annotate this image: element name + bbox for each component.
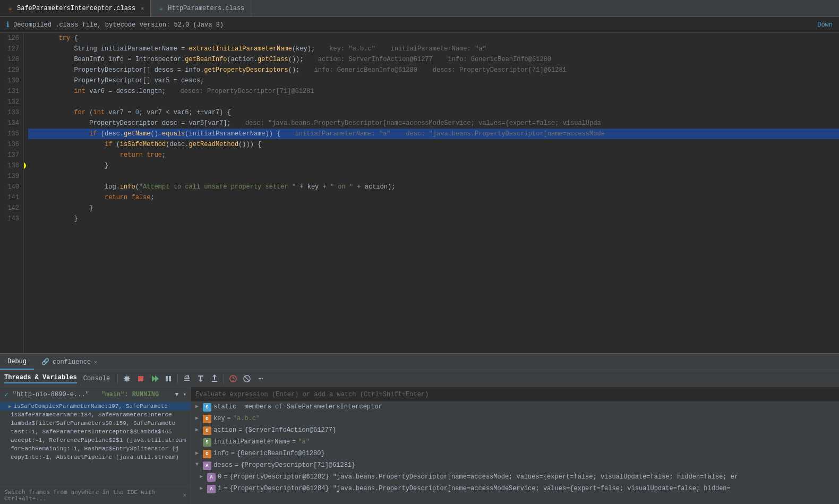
code-line-133[interactable]: for (int var7 = 0; var7 < var6; ++var7) …: [28, 107, 839, 118]
code-line-128[interactable]: BeanInfo info = Introspector.getBeanInfo…: [28, 54, 839, 65]
code-line-134[interactable]: PropertyDescriptor desc = var5[var7]; de…: [28, 118, 839, 129]
pause-btn[interactable]: [162, 373, 174, 385]
ln-132: 132: [4, 97, 19, 107]
tab-label-2: HttpParameters.class: [168, 5, 244, 12]
mute-btn[interactable]: [241, 373, 253, 385]
code-line-132[interactable]: [28, 97, 839, 107]
code-line-137[interactable]: return true;: [28, 150, 839, 160]
download-link[interactable]: Down: [817, 21, 833, 29]
debug-toolbar: Threads & Variables Console: [0, 370, 839, 387]
svg-rect-1: [138, 376, 143, 381]
svg-marker-3: [155, 375, 159, 382]
ln-139: 139: [4, 171, 19, 182]
expand-descs-0[interactable]: ▶: [200, 473, 207, 480]
tab-close-1[interactable]: ✕: [141, 5, 144, 12]
arr-var-icon: A: [203, 462, 211, 470]
code-line-130[interactable]: PropertyDescriptor[] var5 = descs;: [28, 75, 839, 86]
code-line-139[interactable]: [28, 171, 839, 182]
stack-frame-3[interactable]: test:-1, SafeParametersInterceptor$$Lamb…: [0, 428, 191, 436]
code-line-142[interactable]: }: [28, 203, 839, 213]
stop-btn[interactable]: [135, 373, 147, 385]
code-line-126[interactable]: try {: [28, 33, 839, 44]
expand-descs[interactable]: ▼: [195, 462, 203, 467]
stack-frame-label-3: test:-1, SafeParametersInterceptor$$Lamb…: [11, 429, 172, 435]
console-label[interactable]: Console: [83, 375, 110, 382]
step-over-btn[interactable]: [181, 373, 193, 385]
var-eq-key: =: [227, 415, 231, 422]
line-numbers: 126 127 128 129 130 131 132 133 134 135 …: [0, 33, 24, 353]
stack-frame-5[interactable]: forEachRemaining:-1, HashMap$EntrySplite…: [0, 445, 191, 453]
expand-static[interactable]: ▶: [195, 403, 203, 409]
code-line-127[interactable]: String initialParameterName = extractIni…: [28, 44, 839, 54]
var-item-key[interactable]: ▶ O key = "a.b.c": [191, 414, 839, 425]
debug-tab-confluence[interactable]: 🔗 confluence ✕: [34, 354, 105, 370]
var-val-initialparamname: "a": [298, 438, 310, 446]
var-item-descs-1[interactable]: ▶ A 1 = {PropertyDescriptor@61284} "java…: [191, 484, 839, 496]
var-item-descs[interactable]: ▼ A descs = {PropertyDescriptor[71]@6128…: [191, 460, 839, 472]
switch-frames-bar: Switch frames from anywhere in the IDE w…: [0, 486, 191, 504]
step-out-btn[interactable]: [209, 373, 220, 385]
ln-126: 126: [4, 33, 19, 44]
resume-btn[interactable]: [149, 373, 160, 385]
stack-frame-label-1: isSafeParameterName:184, SafeParametersI…: [11, 412, 172, 418]
info-text: Decompiled .class file, bytecode version…: [13, 21, 224, 29]
switch-frames-text: Switch frames from anywhere in the IDE w…: [4, 489, 183, 502]
switch-frames-close[interactable]: ×: [183, 492, 186, 499]
svg-rect-10: [200, 377, 201, 380]
filter-icon[interactable]: ▼: [175, 391, 179, 398]
step-into-btn[interactable]: [195, 373, 207, 385]
confluence-tab-close[interactable]: ✕: [94, 359, 97, 365]
var-val-key: "a.b.c": [233, 415, 260, 422]
java-file-icon-2: ☕: [157, 5, 165, 12]
filter-dropdown[interactable]: ▾: [183, 391, 186, 398]
stack-frame-1[interactable]: isSafeParameterName:184, SafeParametersI…: [0, 411, 191, 419]
more-btn[interactable]: ⋯: [255, 373, 267, 385]
tab-http-parameters[interactable]: ☕ HttpParameters.class: [151, 0, 251, 16]
code-line-135[interactable]: if (desc.getName().equals(initialParamet…: [28, 129, 839, 139]
stack-frame-label-2: lambda$filterSafeParameters$0:159, SafeP…: [11, 420, 175, 426]
stack-frame-2[interactable]: lambda$filterSafeParameters$0:159, SafeP…: [0, 419, 191, 428]
code-line-140[interactable]: log.info("Attempt to call unsafe propert…: [28, 182, 839, 192]
evaluate-btn[interactable]: [227, 373, 239, 385]
var-item-descs-0[interactable]: ▶ A 0 = {PropertyDescriptor@61282} "java…: [191, 472, 839, 484]
threads-variables-label[interactable]: Threads & Variables: [4, 374, 77, 383]
str-var-icon: S: [203, 438, 211, 447]
tab-bar: ☕ SafeParametersInterceptor.class ✕ ☕ Ht…: [0, 0, 839, 17]
stack-frame-6[interactable]: copyInto:-1, AbstractPipeline (java.util…: [0, 453, 191, 462]
code-content: 126 127 128 129 130 131 132 133 134 135 …: [0, 33, 839, 353]
code-line-131[interactable]: int var6 = descs.length; descs: Property…: [28, 86, 839, 97]
debug-tab-debug[interactable]: Debug: [0, 354, 34, 370]
code-line-138[interactable]: }: [28, 160, 839, 171]
expand-descs-1[interactable]: ▶: [200, 485, 207, 491]
expand-info[interactable]: ▶: [195, 450, 203, 456]
ln-143: 143: [4, 213, 19, 224]
code-line-136[interactable]: if (isSafeMethod(desc.getReadMethod())) …: [28, 139, 839, 150]
eval-placeholder: Evaluate expression (Enter) or add a wat…: [195, 391, 429, 398]
stack-frame-label-5: forEachRemaining:-1, HashMap$EntrySplite…: [11, 446, 179, 452]
code-line-143[interactable]: }: [28, 213, 839, 224]
stack-frame-4[interactable]: accept:-1, ReferencePipeline$2$1 (java.u…: [0, 436, 191, 445]
svg-rect-8: [184, 380, 190, 381]
var-item-initialparamname[interactable]: S initialParameterName = "a": [191, 437, 839, 449]
eval-bar[interactable]: Evaluate expression (Enter) or add a wat…: [191, 387, 839, 402]
descs-0-icon: A: [207, 473, 216, 482]
ln-142: 142: [4, 203, 19, 213]
code-line-129[interactable]: PropertyDescriptor[] descs = info.getPro…: [28, 65, 839, 75]
debug-panel: Debug 🔗 confluence ✕ Threads & Variables…: [0, 353, 839, 504]
svg-rect-4: [166, 376, 168, 381]
svg-point-17: [233, 380, 234, 381]
code-line-141[interactable]: return false;: [28, 192, 839, 203]
var-item-info[interactable]: ▶ O info = {GenericBeanInfo@61280}: [191, 449, 839, 460]
expand-key[interactable]: ▶: [195, 415, 203, 421]
var-item-static[interactable]: ▶ S static members of SafeParametersInte…: [191, 402, 839, 414]
confluence-icon: 🔗: [41, 358, 49, 366]
settings-btn[interactable]: [121, 373, 133, 385]
var-item-action[interactable]: ▶ O action = {ServerInfoAction@61277}: [191, 425, 839, 437]
expand-action[interactable]: ▶: [195, 426, 203, 433]
var-name-info: info: [213, 450, 229, 457]
tab-safe-parameters[interactable]: ☕ SafeParametersInterceptor.class ✕: [0, 0, 151, 16]
var-name-action: action: [213, 426, 236, 434]
ln-135: 135: [4, 129, 19, 139]
svg-rect-9: [198, 375, 203, 377]
stack-frame-0[interactable]: ▶ isSafeComplexParameterName:197, SafePa…: [0, 402, 191, 411]
